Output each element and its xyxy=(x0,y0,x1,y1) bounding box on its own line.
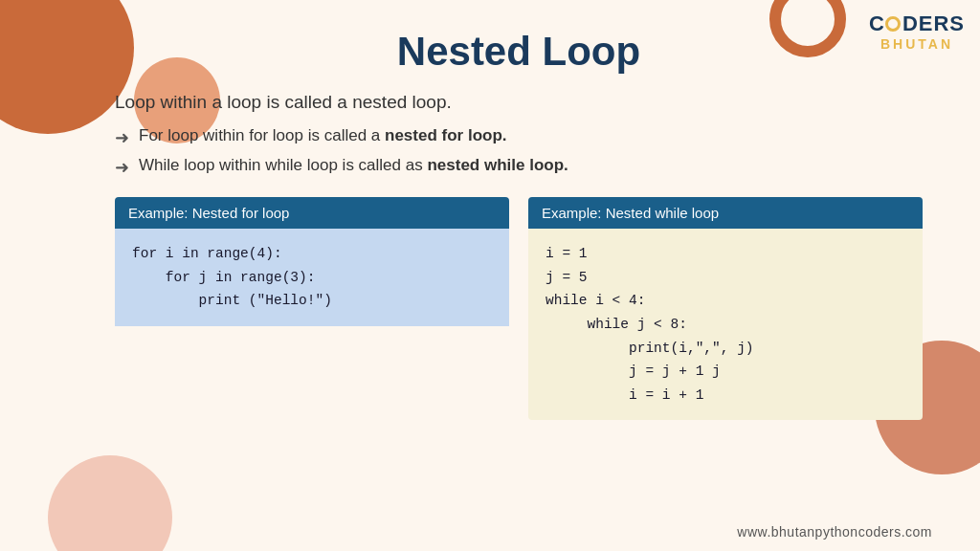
example-for-box: Example: Nested for loop for i in range(… xyxy=(115,197,509,420)
example-while-code: i = 1 j = 5 while i < 4: while j < 8: pr… xyxy=(528,229,923,420)
example-while-header: Example: Nested while loop xyxy=(528,197,923,229)
arrow-icon-2: ➜ xyxy=(115,157,129,178)
intro-text: Loop within a loop is called a nested lo… xyxy=(115,92,923,113)
bullet-text-2: While loop within while loop is called a… xyxy=(139,156,568,175)
bullet-text-1: For loop within for loop is called a nes… xyxy=(139,126,507,145)
deco-circle-bottom-left xyxy=(48,455,172,551)
logo: CDERS BHUTAN xyxy=(869,11,965,52)
arrow-icon-1: ➜ xyxy=(115,127,129,148)
bullet-item-2: ➜ While loop within while loop is called… xyxy=(115,156,923,178)
page-title: Nested Loop xyxy=(115,29,923,75)
website-text: www.bhutanpythoncoders.com xyxy=(737,524,932,540)
bullet-list: ➜ For loop within for loop is called a n… xyxy=(115,126,923,178)
example-for-header: Example: Nested for loop xyxy=(115,197,509,229)
example-for-code: for i in range(4): for j in range(3): pr… xyxy=(115,229,509,326)
examples-row: Example: Nested for loop for i in range(… xyxy=(115,197,923,420)
logo-coders-text: CDERS xyxy=(869,11,965,36)
example-while-box: Example: Nested while loop i = 1 j = 5 w… xyxy=(528,197,923,420)
main-content: Nested Loop Loop within a loop is called… xyxy=(0,0,980,439)
logo-bhutan-text: BHUTAN xyxy=(880,36,953,52)
bullet-item-1: ➜ For loop within for loop is called a n… xyxy=(115,126,923,148)
